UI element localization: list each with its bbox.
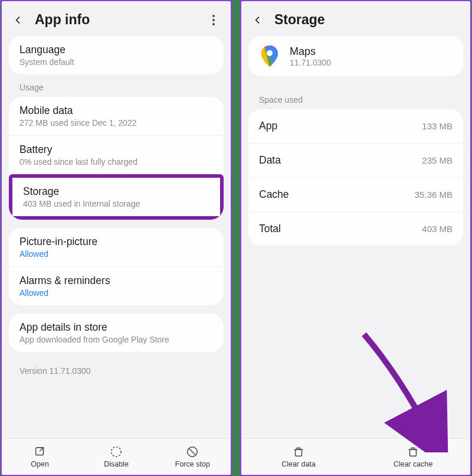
label: Force stop [175, 460, 210, 468]
row-alarms[interactable]: Alarms & reminders Allowed [9, 266, 224, 305]
row-storage[interactable]: Storage 403 MB used in Internal storage [12, 178, 220, 216]
sublabel: 403 MB used in Internal storage [23, 199, 209, 208]
app-meta: Maps 11.71.0300 [290, 45, 331, 67]
disable-icon [110, 445, 123, 458]
svg-point-2 [212, 23, 215, 25]
sublabel: 0% used since last fully charged [19, 157, 213, 167]
svg-point-8 [267, 50, 273, 56]
sublabel: System default [19, 57, 213, 67]
header: App info [2, 1, 231, 36]
label: Alarms & reminders [19, 275, 213, 287]
v: 133 MB [422, 121, 453, 131]
app-header-row: Maps 11.71.0300 [248, 36, 463, 76]
disable-button[interactable]: Disable [78, 439, 154, 475]
scroll-area: Language System default Usage Mobile dat… [2, 36, 231, 438]
row-language[interactable]: Language System default [9, 36, 224, 74]
row-app-details[interactable]: App details in store App downloaded from… [9, 314, 224, 352]
row-cache-size: Cache 35.36 MB [248, 177, 463, 211]
card-language: Language System default [9, 36, 224, 74]
clear-data-button[interactable]: Clear data [241, 439, 356, 475]
svg-rect-10 [410, 449, 417, 456]
v: 35.36 MB [415, 190, 453, 200]
left-screenshot: App info Language System default Usage M… [1, 0, 232, 476]
svg-point-1 [212, 19, 215, 21]
svg-line-4 [40, 448, 43, 451]
label: Open [31, 460, 49, 468]
svg-line-7 [189, 449, 196, 455]
label: Clear cache [394, 460, 433, 468]
back-icon[interactable] [252, 14, 264, 26]
page-title: Storage [274, 12, 460, 28]
row-app-size: App 133 MB [248, 109, 463, 143]
header: Storage [241, 1, 470, 36]
k: Total [259, 223, 281, 235]
section-space-used: Space used [248, 95, 463, 109]
card-space: App 133 MB Data 235 MB Cache 35.36 MB To… [248, 109, 463, 246]
card-misc: Picture-in-picture Allowed Alarms & remi… [9, 228, 224, 305]
svg-rect-9 [296, 449, 302, 456]
back-icon[interactable] [12, 14, 24, 26]
version-text: Version 11.71.0300 [9, 360, 224, 379]
label: Disable [104, 460, 129, 468]
v: 235 MB [422, 155, 453, 165]
row-pip[interactable]: Picture-in-picture Allowed [9, 228, 224, 266]
row-battery[interactable]: Battery 0% used since last fully charged [9, 135, 224, 174]
card-details: App details in store App downloaded from… [9, 314, 224, 352]
svg-point-0 [212, 15, 215, 17]
open-icon [34, 445, 47, 458]
more-icon[interactable] [207, 14, 220, 27]
clear-cache-button[interactable]: Clear cache [356, 439, 470, 475]
card-usage: Mobile data 272 MB used since Dec 1, 202… [9, 97, 224, 220]
label: Clear data [281, 460, 316, 468]
highlight-storage: Storage 403 MB used in Internal storage [9, 174, 224, 220]
sublabel: Allowed [19, 288, 213, 298]
open-button[interactable]: Open [2, 439, 78, 475]
k: App [259, 120, 277, 132]
k: Data [259, 154, 281, 167]
scroll-area: Maps 11.71.0300 Space used App 133 MB Da… [241, 36, 470, 438]
row-mobile-data[interactable]: Mobile data 272 MB used since Dec 1, 202… [9, 97, 224, 135]
label: Language [19, 44, 213, 56]
label: Battery [19, 144, 213, 156]
force-stop-button[interactable]: Force stop [155, 439, 231, 475]
row-data-size: Data 235 MB [248, 143, 463, 177]
maps-app-icon [258, 44, 281, 68]
sublabel: App downloaded from Google Play Store [19, 335, 213, 344]
trash-icon [292, 445, 305, 458]
v: 403 MB [422, 224, 453, 234]
app-version: 11.71.0300 [290, 58, 331, 67]
right-screenshot: Storage Maps 11.71.0300 Space used App [240, 0, 471, 476]
svg-point-5 [112, 447, 122, 457]
k: Cache [259, 188, 289, 201]
sublabel: Allowed [19, 249, 213, 259]
row-total-size: Total 403 MB [248, 211, 463, 246]
label: Storage [23, 185, 209, 198]
bottom-bar: Open Disable Force stop [2, 438, 231, 475]
section-usage: Usage [9, 83, 224, 97]
force-stop-icon [186, 445, 199, 458]
label: Picture-in-picture [19, 236, 213, 248]
bottom-bar: Clear data Clear cache [241, 438, 470, 475]
trash-icon [407, 445, 419, 458]
label: App details in store [19, 321, 213, 334]
label: Mobile data [19, 105, 213, 117]
app-name: Maps [290, 45, 331, 58]
sublabel: 272 MB used since Dec 1, 2022 [19, 118, 213, 128]
page-title: App info [35, 12, 196, 28]
